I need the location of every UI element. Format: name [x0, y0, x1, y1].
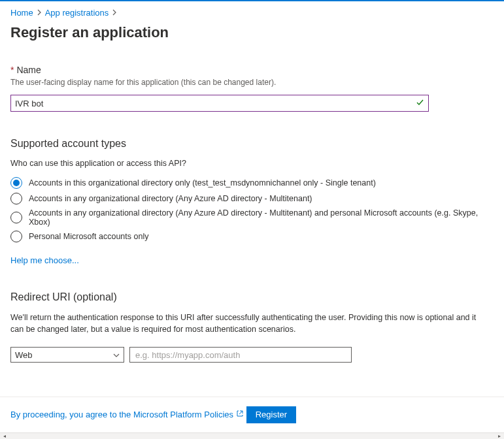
account-types-heading: Supported account types	[10, 138, 494, 150]
scroll-left-icon[interactable]: ◂	[0, 433, 9, 439]
account-type-option-label: Accounts in any organizational directory…	[29, 194, 312, 203]
name-help-text: The user-facing display name for this ap…	[10, 78, 494, 87]
account-type-option[interactable]: Personal Microsoft accounts only	[10, 231, 494, 242]
account-type-option-label: Personal Microsoft accounts only	[29, 232, 148, 241]
required-indicator: *	[10, 65, 14, 75]
footer: By proceeding, you agree to the Microsof…	[0, 397, 504, 440]
help-me-choose-link[interactable]: Help me choose...	[10, 255, 79, 265]
page-title: Register an application	[10, 24, 494, 41]
checkmark-icon	[416, 98, 424, 108]
account-type-option-label: Accounts in any organizational directory…	[29, 208, 494, 227]
redirect-uri-input[interactable]	[129, 347, 352, 363]
horizontal-scrollbar[interactable]: ◂ ▸	[0, 432, 504, 439]
radio-icon	[10, 177, 22, 189]
chevron-right-icon	[37, 9, 41, 17]
policy-link-text: By proceeding, you agree to the Microsof…	[10, 410, 233, 419]
account-types-question: Who can use this application or access t…	[10, 159, 494, 168]
account-type-option[interactable]: Accounts in this organizational director…	[10, 177, 494, 189]
breadcrumb: Home App registrations	[10, 8, 494, 18]
register-button[interactable]: Register	[246, 406, 296, 423]
radio-icon	[10, 193, 22, 204]
platform-select[interactable]: Web	[10, 347, 124, 363]
breadcrumb-app-registrations[interactable]: App registrations	[45, 8, 109, 18]
account-type-option-label: Accounts in this organizational director…	[29, 178, 376, 187]
breadcrumb-home[interactable]: Home	[10, 8, 33, 18]
scroll-right-icon[interactable]: ▸	[495, 433, 504, 439]
account-type-option[interactable]: Accounts in any organizational directory…	[10, 208, 494, 227]
name-label-text: Name	[16, 65, 41, 75]
radio-icon	[10, 231, 22, 242]
external-link-icon	[236, 410, 244, 419]
radio-icon	[10, 212, 22, 223]
chevron-down-icon	[113, 351, 120, 359]
name-input-container	[10, 95, 429, 112]
redirect-uri-heading: Redirect URI (optional)	[10, 291, 494, 303]
chevron-right-icon	[112, 9, 116, 17]
policy-link[interactable]: By proceeding, you agree to the Microsof…	[10, 410, 244, 419]
redirect-uri-description: We'll return the authentication response…	[10, 312, 488, 335]
platform-selected-value: Web	[15, 350, 33, 360]
name-label: * Name	[10, 65, 494, 75]
account-type-option[interactable]: Accounts in any organizational directory…	[10, 193, 494, 204]
name-input[interactable]	[15, 99, 416, 108]
account-types-radio-group: Accounts in this organizational director…	[10, 177, 494, 242]
